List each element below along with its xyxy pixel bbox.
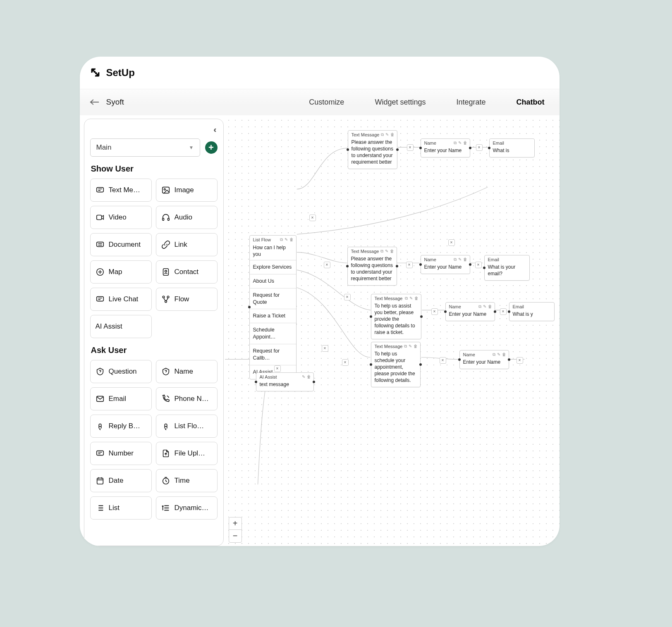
tab-integrate[interactable]: Integrate (455, 95, 486, 109)
copy-icon[interactable]: ⧉ (404, 344, 407, 349)
block-listflow[interactable]: List Flo… (156, 415, 218, 438)
node-name-2[interactable]: Name⧉✎🗑 Enter your Name (421, 255, 470, 274)
delete-icon[interactable]: 🗑 (390, 132, 395, 137)
node-text-message-4[interactable]: Text Message⧉✎🗑 To help us schedule your… (371, 342, 421, 388)
block-question[interactable]: Question (90, 360, 152, 383)
block-map[interactable]: Map (90, 260, 152, 284)
edit-icon[interactable]: ✎ (302, 374, 305, 379)
edit-icon[interactable]: ✎ (483, 304, 486, 309)
flow-canvas[interactable]: Text Message⧉✎🗑 Please answer the follow… (224, 115, 560, 546)
edge-delete-about[interactable]: × (448, 239, 455, 246)
edge-delete-3[interactable]: × (324, 262, 330, 268)
block-dynamic[interactable]: Dynamic… (156, 496, 218, 520)
delete-icon[interactable]: 🗑 (502, 352, 506, 357)
copy-icon[interactable]: ⧉ (405, 296, 408, 301)
edge-delete-explore[interactable]: × (309, 215, 316, 221)
block-list[interactable]: List (90, 496, 152, 520)
copy-icon[interactable]: ⧉ (454, 141, 457, 145)
node-email-2[interactable]: Email What is your email? (484, 255, 530, 281)
zoom-in-button[interactable]: + (229, 517, 242, 530)
block-audio[interactable]: Audio (156, 206, 218, 229)
listflow-option-0[interactable]: Explore Services (250, 260, 296, 274)
delete-icon[interactable]: 🗑 (414, 344, 418, 349)
edge-delete-9[interactable]: × (322, 345, 328, 352)
copy-icon[interactable]: ⧉ (493, 352, 495, 357)
zoom-out-button[interactable]: − (229, 530, 242, 542)
node-email-1[interactable]: Email What is (489, 138, 535, 157)
listflow-option-2[interactable]: Request for Quote (250, 288, 296, 309)
edit-icon[interactable]: ✎ (409, 296, 413, 301)
block-reply[interactable]: Reply B… (90, 415, 152, 438)
listflow-option-3[interactable]: Raise a Ticket (250, 309, 296, 323)
node-name-4[interactable]: Name⧉✎🗑 Enter your Name (459, 350, 509, 369)
node-text-message-1[interactable]: Text Message⧉✎🗑 Please answer the follow… (348, 130, 397, 169)
edit-icon[interactable]: ✎ (458, 141, 462, 145)
edit-icon[interactable]: ✎ (385, 249, 388, 254)
flow-selector[interactable]: Main ▼ (90, 138, 200, 157)
edge-delete-2[interactable]: × (476, 144, 483, 151)
edit-icon[interactable]: ✎ (385, 132, 389, 137)
edge-delete-7[interactable]: × (431, 308, 438, 315)
edit-icon[interactable]: ✎ (285, 237, 288, 242)
block-date[interactable]: Date (90, 469, 152, 492)
copy-icon[interactable]: ⧉ (280, 237, 283, 242)
node-email-3[interactable]: Email What is y (509, 302, 555, 321)
app-title: SetUp (106, 67, 135, 79)
tab-widget-settings[interactable]: Widget settings (374, 95, 426, 109)
listflow-option-1[interactable]: About Us (250, 274, 296, 288)
node-ai-assist[interactable]: AI Assist✎🗑 text message (256, 372, 314, 391)
edge-delete-5[interactable]: × (475, 262, 482, 268)
delete-icon[interactable]: 🗑 (463, 257, 467, 262)
block-document[interactable]: Document (90, 233, 152, 256)
node-name-1[interactable]: Name⧉✎🗑 Enter your Name (421, 138, 470, 157)
edge-delete-8[interactable]: × (500, 308, 507, 315)
block-number[interactable]: Number (90, 442, 152, 465)
edge-delete-ai[interactable]: × (274, 365, 281, 372)
delete-icon[interactable]: 🗑 (488, 304, 492, 309)
block-link[interactable]: Link (156, 233, 218, 256)
edit-icon[interactable]: ✎ (497, 352, 500, 357)
copy-icon[interactable]: ⧉ (478, 304, 481, 309)
delete-icon[interactable]: 🗑 (307, 374, 311, 379)
edit-icon[interactable]: ✎ (409, 344, 412, 349)
block-email[interactable]: Email (90, 387, 152, 410)
node-list-flow[interactable]: List Flow⧉✎🗑 How can I help you Explore … (249, 235, 297, 379)
tab-customize[interactable]: Customize (308, 95, 345, 109)
edge-delete-6[interactable]: × (344, 294, 351, 300)
block-file[interactable]: File Upl… (156, 442, 218, 465)
tab-chatbot[interactable]: Chatbot (516, 95, 545, 109)
block-time[interactable]: Time (156, 469, 218, 492)
workspace: ‹‹ Main ▼ + Show User Text Me… Image Vid… (80, 115, 560, 546)
listflow-option-4[interactable]: Schedule Appoint… (250, 323, 296, 344)
delete-icon[interactable]: 🗑 (414, 296, 419, 301)
edge-delete-11[interactable]: × (517, 357, 523, 364)
node-name-3[interactable]: Name⧉✎🗑 Enter your Name (445, 302, 495, 321)
block-name[interactable]: Name (156, 360, 218, 383)
edit-icon[interactable]: ✎ (458, 257, 462, 262)
node-text-message-2[interactable]: Text Message⧉✎🗑 Please answer the follow… (347, 247, 397, 286)
add-flow-button[interactable]: + (205, 141, 218, 154)
collapse-sidebar-icon[interactable]: ‹‹ (90, 125, 218, 134)
copy-icon[interactable]: ⧉ (381, 132, 384, 137)
delete-icon[interactable]: 🗑 (390, 249, 394, 254)
block-flow[interactable]: Flow (156, 288, 218, 311)
block-text-message[interactable]: Text Me… (90, 179, 152, 202)
edge-delete-4[interactable]: × (406, 262, 413, 268)
block-phone[interactable]: Phone N… (156, 387, 218, 410)
copy-icon[interactable]: ⧉ (454, 257, 457, 262)
node-text-message-3[interactable]: Text Message⧉✎🗑 To help us assist you be… (371, 294, 421, 340)
edge-delete-1[interactable]: × (407, 144, 414, 151)
block-video[interactable]: Video (90, 206, 152, 229)
block-ai-assist[interactable]: AI Assist (90, 315, 152, 338)
edge-delete-10[interactable]: × (440, 357, 446, 364)
block-contact[interactable]: Contact (156, 260, 218, 284)
back-arrow-icon[interactable] (90, 98, 99, 106)
delete-icon[interactable]: 🗑 (463, 141, 467, 145)
block-image[interactable]: Image (156, 179, 218, 202)
svg-rect-3 (96, 215, 101, 219)
block-live-chat[interactable]: Live Chat (90, 288, 152, 311)
listflow-option-5[interactable]: Request for Callb… (250, 344, 296, 365)
edge-delete-9b[interactable]: × (342, 359, 349, 366)
delete-icon[interactable]: 🗑 (289, 237, 294, 242)
copy-icon[interactable]: ⧉ (380, 249, 383, 254)
